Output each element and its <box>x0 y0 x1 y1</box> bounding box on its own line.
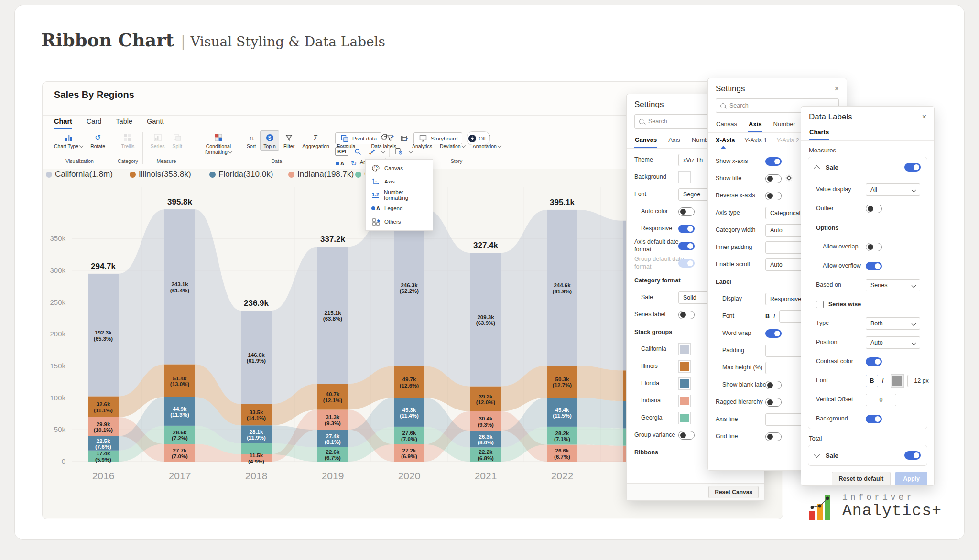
storyboard-button[interactable]: Storyboard <box>413 132 462 144</box>
menu-item-legend[interactable]: ALegend <box>366 202 433 215</box>
legend-item-california[interactable]: California(1.8m) <box>46 170 113 179</box>
tab-chart[interactable]: Chart <box>54 118 72 129</box>
legend-oa-icon-button[interactable]: A <box>335 159 345 168</box>
reset-canvas-button[interactable]: Reset Canvas <box>708 486 759 498</box>
menu-item-others[interactable]: Others <box>366 215 433 228</box>
toolbar-button-sort[interactable]: ↑↓Sort <box>243 130 259 151</box>
ragged-hierarchy-toggle[interactable] <box>765 398 782 407</box>
indiana-color-swatch[interactable] <box>678 395 691 407</box>
menu-item-number-formatting[interactable]: 1.2Number formatting <box>366 188 433 202</box>
total-card-header[interactable]: Sale <box>808 445 927 465</box>
show-title-toggle[interactable] <box>765 174 782 183</box>
font-color-swatch[interactable] <box>891 375 903 387</box>
italic-button[interactable]: I <box>773 313 775 320</box>
bold-button[interactable]: B <box>765 313 770 320</box>
georgia-color-swatch[interactable] <box>678 412 691 424</box>
toolbar-button-chart-type[interactable]: Chart Type <box>51 130 86 151</box>
value-display-select[interactable]: All <box>866 183 920 196</box>
axis-default-date-format-toggle[interactable] <box>678 242 695 250</box>
toolbar-button-label: Series <box>151 143 165 149</box>
close-icon[interactable]: × <box>922 113 926 121</box>
apply-button[interactable]: Apply <box>895 472 927 486</box>
search-icon-button[interactable] <box>353 147 362 156</box>
pivot-data-button[interactable]: Pivot data <box>335 132 381 144</box>
toolbar-button-filter[interactable]: Filter <box>280 130 298 151</box>
toolbar-button-top-n[interactable]: STop n <box>260 130 279 151</box>
reverse-x-axis-toggle[interactable] <box>765 192 782 200</box>
setting-control <box>866 357 920 366</box>
svg-text:33.5k(14.1%): 33.5k(14.1%) <box>247 409 266 421</box>
refresh-icon-button[interactable]: ↻ <box>349 159 359 168</box>
legend-item-illinois[interactable]: Illinois(353.8k) <box>130 170 191 179</box>
toolbar-group-visualization: Chart Type↺RotateVisualization <box>47 130 112 166</box>
group-variance-toggle[interactable] <box>678 431 695 440</box>
series-label-toggle[interactable] <box>678 311 695 319</box>
total-measure-name: Sale <box>826 452 838 459</box>
chart-title: Sales By Regions <box>54 89 134 100</box>
word-wrap-toggle[interactable] <box>765 329 782 338</box>
toolbar-group-measure: SeriesSplitMeasure <box>144 130 189 166</box>
axis-panel-tab-axis[interactable]: Axis <box>748 118 762 132</box>
show-x-axis-toggle[interactable] <box>765 157 782 166</box>
svg-text:2021: 2021 <box>475 470 497 481</box>
axis-panel-tab-canvas[interactable]: Canvas <box>716 118 738 132</box>
outlier-toggle[interactable] <box>866 205 882 213</box>
setting-label: Background <box>816 415 866 423</box>
series-wise-checkbox[interactable] <box>816 301 824 308</box>
toolbar-button-rotate[interactable]: ↺Rotate <box>87 130 109 151</box>
allow-overlap-toggle[interactable] <box>866 243 882 251</box>
responsive-toggle[interactable] <box>678 225 695 233</box>
background-color-swatch[interactable] <box>678 171 691 183</box>
contrast-color-toggle[interactable] <box>866 357 882 366</box>
canvas-panel-tab-canvas[interactable]: Canvas <box>634 133 657 148</box>
font-size-input[interactable]: 12 px <box>907 375 935 387</box>
italic-button[interactable]: I <box>882 377 883 384</box>
measure-sale-toggle[interactable] <box>904 163 921 172</box>
california-color-swatch[interactable] <box>678 343 691 355</box>
tab-card[interactable]: Card <box>87 118 101 129</box>
axis-panel-tab-number[interactable]: Number <box>773 118 796 132</box>
off-toggle[interactable]: Off <box>467 131 490 145</box>
legend-item-florida[interactable]: Florida(310.0k) <box>209 170 273 179</box>
setting-row-background: Background <box>808 409 927 429</box>
vertical-offset-input[interactable]: 0 <box>866 394 896 406</box>
kpi-button[interactable]: KPI <box>335 147 348 156</box>
svg-text:51.4k(13.0%): 51.4k(13.0%) <box>170 376 189 388</box>
florida-color-swatch[interactable] <box>678 377 691 390</box>
gear-icon[interactable] <box>785 174 793 183</box>
background-color-swatch[interactable] <box>886 413 898 425</box>
total-sale-toggle[interactable] <box>904 451 921 460</box>
gear-document-icon-button[interactable] <box>394 147 403 156</box>
auto-color-toggle[interactable] <box>678 207 695 216</box>
allow-overflow-toggle[interactable] <box>866 262 882 270</box>
legend-item-indiana[interactable]: Indiana(198.7k) <box>288 170 354 179</box>
type-select[interactable]: Both <box>866 317 920 330</box>
menu-item-axis[interactable]: xAxis <box>366 175 433 188</box>
table-edit-icon-button[interactable] <box>400 134 409 143</box>
bold-button[interactable]: B <box>866 375 878 387</box>
chevron-down-icon[interactable] <box>409 150 413 153</box>
reset-to-default-button[interactable]: Reset to default <box>832 472 891 486</box>
toolbar-button-conditional-formatting[interactable]: Conditional formatting <box>195 130 242 156</box>
position-select[interactable]: Auto <box>866 336 920 349</box>
toolbar-button-aggregation[interactable]: ΣAggregation <box>299 130 333 151</box>
show-blank-label-toggle[interactable] <box>765 381 782 389</box>
close-icon[interactable]: × <box>835 85 839 93</box>
tab-charts[interactable]: Charts <box>809 126 829 140</box>
brush-icon-button[interactable] <box>367 147 376 156</box>
illinois-color-swatch[interactable] <box>678 360 691 373</box>
grid-line-toggle[interactable] <box>765 432 782 441</box>
tab-gantt[interactable]: Gantt <box>147 118 163 129</box>
subtab-y-axis-1[interactable]: Y-Axis 1 <box>744 137 767 147</box>
chevron-down-icon[interactable] <box>381 150 385 153</box>
measure-card-header[interactable]: Sale <box>808 157 927 177</box>
subtab-x-axis[interactable]: X-Axis <box>716 137 735 147</box>
tab-table[interactable]: Table <box>116 118 132 129</box>
based-on-select[interactable]: Series <box>866 279 920 291</box>
setting-control: Both <box>866 317 920 330</box>
canvas-panel-tab-axis[interactable]: Axis <box>668 133 681 148</box>
filter-tag-icon-button[interactable] <box>386 134 395 143</box>
measure-name: Sale <box>826 164 838 171</box>
menu-item-canvas[interactable]: Canvas <box>366 162 433 175</box>
background-toggle[interactable] <box>866 415 882 423</box>
